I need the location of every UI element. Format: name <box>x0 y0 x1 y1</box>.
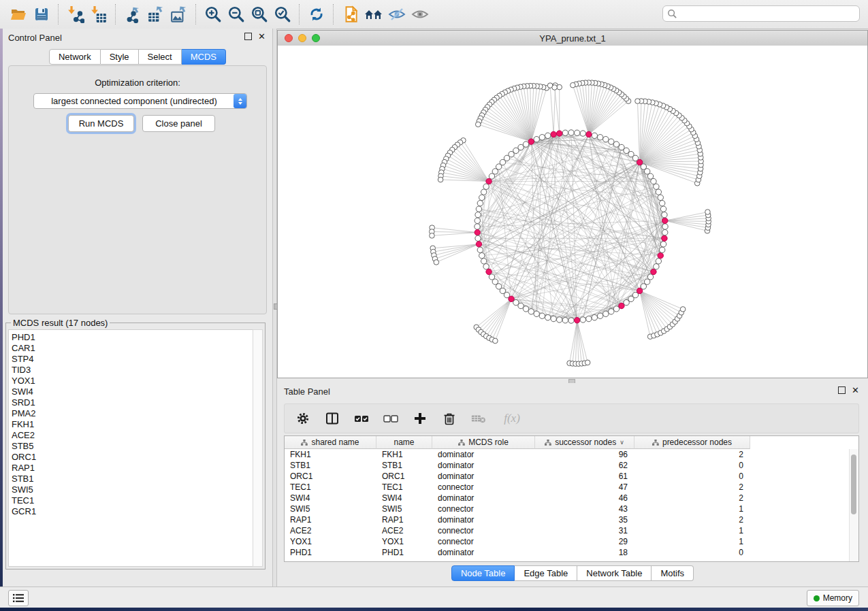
table-cell[interactable]: STB1 <box>376 460 432 471</box>
mcds-result-item[interactable]: ACE2 <box>12 430 253 441</box>
show-columns-button[interactable] <box>325 411 340 426</box>
table-row[interactable]: SWI5SWI5connector431 <box>285 503 850 514</box>
table-row[interactable]: STB1STB1dominator620 <box>285 460 850 471</box>
search-input[interactable] <box>680 8 859 19</box>
table-cell[interactable]: 1 <box>634 536 750 547</box>
table-cell[interactable]: connector <box>432 503 535 514</box>
mcds-result-item[interactable]: RAP1 <box>12 463 253 474</box>
network-graph[interactable] <box>278 46 867 378</box>
table-cell[interactable]: YOX1 <box>376 536 432 547</box>
table-settings-button[interactable] <box>295 411 310 426</box>
table-cell[interactable]: 31 <box>535 525 634 536</box>
table-cell[interactable]: SWI4 <box>376 493 432 503</box>
tab-select[interactable]: Select <box>139 49 182 65</box>
delete-column-button[interactable] <box>442 411 457 426</box>
table-cell[interactable]: connector <box>432 482 535 493</box>
table-cell[interactable]: 96 <box>535 449 634 460</box>
export-image-button[interactable] <box>167 3 191 26</box>
column-header-successor-nodes[interactable]: successor nodes∨ <box>535 436 634 449</box>
mcds-result-item[interactable]: SWI5 <box>12 484 253 495</box>
open-session-button[interactable] <box>7 3 30 26</box>
float-panel-icon[interactable] <box>838 386 846 394</box>
table-cell[interactable]: 46 <box>535 493 634 503</box>
table-cell[interactable]: ACE2 <box>376 525 432 536</box>
select-all-rows-button[interactable] <box>354 411 369 426</box>
table-cell[interactable]: 2 <box>634 482 750 493</box>
table-cell[interactable]: dominator <box>432 460 535 471</box>
tab-network-table[interactable]: Network Table <box>577 565 652 581</box>
table-cell[interactable]: dominator <box>432 449 535 460</box>
deselect-all-rows-button[interactable] <box>383 411 398 426</box>
close-panel-icon[interactable]: ✕ <box>258 33 266 40</box>
table-cell[interactable]: FKH1 <box>285 449 376 460</box>
mcds-result-item[interactable]: FKH1 <box>12 419 253 430</box>
vertical-splitter[interactable] <box>272 29 277 587</box>
table-row[interactable]: FKH1FKH1dominator962 <box>285 449 850 460</box>
zoom-out-button[interactable] <box>225 3 248 26</box>
column-header-MCDS-role[interactable]: MCDS role <box>432 436 535 449</box>
mcds-result-item[interactable]: YOX1 <box>12 376 253 386</box>
function-builder-button[interactable]: f(x) <box>500 411 524 426</box>
tab-edge-table[interactable]: Edge Table <box>515 565 577 581</box>
mcds-list-scrollbar[interactable] <box>253 329 263 567</box>
zoom-in-button[interactable] <box>202 3 225 26</box>
table-row[interactable]: SWI4SWI4dominator462 <box>285 493 850 503</box>
table-cell[interactable]: 2 <box>634 449 750 460</box>
table-cell[interactable]: 0 <box>634 547 750 558</box>
table-cell[interactable]: YOX1 <box>285 536 376 547</box>
table-cell[interactable]: connector <box>432 525 535 536</box>
apply-layout-button[interactable] <box>305 3 328 26</box>
mcds-result-item[interactable]: TEC1 <box>12 495 253 506</box>
table-row[interactable]: PHD1PHD1dominator180 <box>285 547 850 558</box>
table-cell[interactable]: 18 <box>535 547 634 558</box>
table-cell[interactable]: STB1 <box>285 460 376 471</box>
column-header-shared-name[interactable]: shared name <box>285 436 376 449</box>
mcds-result-item[interactable]: TID3 <box>12 365 253 376</box>
mcds-result-item[interactable]: GCR1 <box>12 506 253 517</box>
task-history-button[interactable] <box>8 590 29 606</box>
show-panels-button[interactable] <box>408 3 432 26</box>
zoom-selected-button[interactable] <box>271 3 294 26</box>
table-cell[interactable]: ORC1 <box>285 471 376 482</box>
table-cell[interactable]: RAP1 <box>376 514 432 525</box>
table-cell[interactable]: FKH1 <box>376 449 432 460</box>
tab-style[interactable]: Style <box>101 49 139 65</box>
import-table-button[interactable] <box>87 3 110 26</box>
close-panel-button[interactable]: Close panel <box>142 115 215 132</box>
table-cell[interactable]: 0 <box>634 460 750 471</box>
table-row[interactable]: ACE2ACE2connector311 <box>285 525 850 536</box>
table-row[interactable]: ORC1ORC1dominator610 <box>285 471 850 482</box>
mcds-result-item[interactable]: SWI4 <box>12 386 253 397</box>
table-cell[interactable]: 61 <box>535 471 634 482</box>
table-cell[interactable]: 47 <box>535 482 634 493</box>
table-cell[interactable]: RAP1 <box>285 514 376 525</box>
mcds-result-item[interactable]: PHD1 <box>12 332 253 343</box>
table-row[interactable]: RAP1RAP1dominator352 <box>285 514 850 525</box>
show-networks-button[interactable] <box>362 3 385 26</box>
float-panel-icon[interactable] <box>244 33 252 40</box>
table-cell[interactable]: dominator <box>432 514 535 525</box>
close-panel-icon[interactable]: ✕ <box>852 386 859 394</box>
mcds-result-item[interactable]: STB5 <box>12 441 253 452</box>
memory-button[interactable]: Memory <box>807 590 859 606</box>
table-row[interactable]: TEC1TEC1connector472 <box>285 482 850 493</box>
network-file-button[interactable] <box>339 3 362 26</box>
table-cell[interactable]: 2 <box>634 514 750 525</box>
table-cell[interactable]: PHD1 <box>376 547 432 558</box>
table-cell[interactable]: TEC1 <box>285 482 376 493</box>
network-canvas[interactable] <box>278 46 867 378</box>
mcds-result-item[interactable]: STB1 <box>12 474 253 484</box>
mcds-result-item[interactable]: PMA2 <box>12 408 253 419</box>
table-cell[interactable]: ACE2 <box>285 525 376 536</box>
table-cell[interactable]: SWI4 <box>285 493 376 503</box>
tab-network[interactable]: Network <box>49 49 101 65</box>
table-cell[interactable]: dominator <box>432 493 535 503</box>
delete-table-button[interactable] <box>471 411 486 426</box>
horizontal-splitter[interactable] <box>277 378 868 383</box>
mcds-result-list[interactable]: PHD1CAR1STP4TID3YOX1SWI4SRD1PMA2FKH1ACE2… <box>8 329 254 567</box>
table-cell[interactable]: SWI5 <box>285 503 376 514</box>
network-window-titlebar[interactable]: YPA_prune.txt_1 <box>278 31 867 46</box>
tab-motifs[interactable]: Motifs <box>652 565 694 581</box>
table-cell[interactable]: 35 <box>535 514 634 525</box>
export-table-button[interactable] <box>144 3 167 26</box>
